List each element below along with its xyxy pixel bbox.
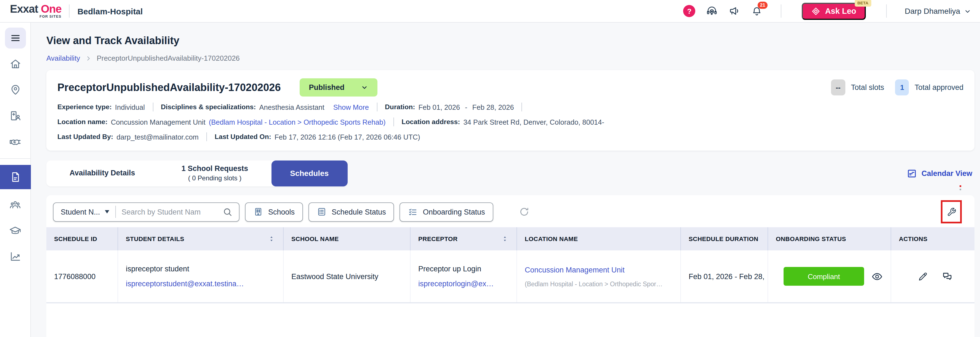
col-onboarding-status[interactable]: ONBOARDING STATUS (768, 227, 891, 250)
header-divider (781, 5, 781, 17)
experience-type-label: Experience type: (57, 103, 112, 111)
tab-schedules[interactable]: Schedules (271, 161, 347, 186)
tab-school-requests[interactable]: 1 School Requests ( 0 Pending slots ) (158, 161, 272, 186)
top-bar: Exxat One FOR SITES Bedlam-Hospital ? (0, 0, 980, 22)
search-icon[interactable] (223, 207, 239, 217)
red-dot-artifact (959, 185, 961, 187)
user-menu[interactable]: Darp Dhameliya (905, 6, 971, 16)
hamburger-menu-icon[interactable] (5, 28, 25, 49)
total-approved-label: Total approved (915, 83, 963, 92)
student-name: ispreceptor student (126, 265, 275, 273)
location-path-link[interactable]: (Bedlam Hospital - Location > Orthopedic… (209, 118, 386, 126)
checklist-icon (408, 207, 418, 217)
schedules-panel: Student N... (46, 195, 974, 337)
edit-pencil-icon[interactable] (917, 271, 928, 281)
preceptor-name: Preceptor up Login (418, 265, 509, 273)
ask-leo-button[interactable]: Ask Leo BETA (802, 3, 865, 19)
home-icon (9, 58, 21, 70)
col-schedule-id[interactable]: SCHEDULE ID (46, 227, 118, 250)
duration-dash: - (465, 103, 468, 111)
user-name: Darp Dhameliya (905, 6, 960, 16)
list-box-icon (317, 207, 327, 217)
notifications-bell-icon[interactable]: 21 (751, 5, 763, 17)
calendar-view-icon (907, 168, 917, 179)
status-dropdown-button[interactable]: Published (300, 78, 378, 97)
breadcrumb-availability-link[interactable]: Availability (46, 54, 80, 62)
last-updated-by-value: darp_test@mailinator.com (116, 133, 199, 141)
sidebar-item-reports[interactable] (5, 246, 25, 267)
triangle-down-icon (105, 210, 110, 213)
location-name-link[interactable]: Concussion Management Unit (525, 265, 673, 274)
sidebar-item-programs[interactable] (5, 220, 25, 241)
show-more-link[interactable]: Show More (333, 103, 369, 111)
search-field-selector[interactable]: Student N... (54, 208, 116, 216)
status-label: Published (309, 83, 345, 92)
eye-icon[interactable] (871, 270, 883, 282)
organization-name: Bedlam-Hospital (78, 6, 143, 16)
sort-icon[interactable] (501, 235, 509, 243)
logo-one: One (41, 3, 62, 15)
table-settings-button[interactable] (942, 202, 960, 222)
cell-schedule-id: 1776088000 (46, 250, 118, 302)
page-title: View and Track Availability (46, 35, 974, 47)
col-preceptor[interactable]: PRECEPTOR (410, 227, 517, 250)
compliant-status-badge[interactable]: Compliant (784, 267, 864, 286)
refresh-icon[interactable] (519, 206, 530, 217)
col-school-name[interactable]: SCHOOL NAME (284, 227, 410, 250)
student-email-link[interactable]: ispreceptorstudent@exxat.testina… (126, 280, 275, 288)
availability-title: PreceptorUnpublishedAvailability-1702020… (57, 81, 281, 94)
table-row: 1776088000 ispreceptor student isprecept… (46, 250, 974, 304)
announcements-megaphone-icon[interactable] (729, 5, 741, 17)
sidebar-divider (0, 158, 30, 159)
sidebar-item-partnerships[interactable] (5, 131, 25, 152)
detail-row-3: Last Updated By: darp_test@mailinator.co… (57, 132, 963, 141)
location-name-value: Concussion Management Unit (111, 118, 205, 126)
header-divider (886, 5, 886, 17)
onboarding-status-filter-button[interactable]: Onboarding Status (400, 202, 493, 221)
ask-leo-label: Ask Leo (825, 6, 856, 16)
total-slots-label: Total slots (851, 83, 884, 92)
help-icon[interactable]: ? (683, 5, 695, 17)
cell-onboarding-status: Compliant (768, 250, 891, 302)
col-student-details[interactable]: STUDENT DETAILS (118, 227, 284, 250)
tab-availability-details[interactable]: Availability Details (46, 161, 158, 186)
pending-slots-sublabel: ( 0 Pending slots ) (188, 175, 242, 183)
filter-bar: Student N... (46, 201, 974, 227)
logo-exxat: Exxat (10, 3, 38, 15)
preceptor-email-link[interactable]: ispreceptorlogin@ex… (418, 280, 509, 288)
chevron-down-icon (361, 84, 368, 91)
breadcrumb-current: PreceptorUnpublishedAvailability-1702020… (97, 54, 239, 62)
col-location-name[interactable]: LOCATION NAME (517, 227, 681, 250)
schedule-status-filter-button[interactable]: Schedule Status (309, 202, 394, 221)
support-headset-icon[interactable] (706, 5, 718, 17)
clinic-person-icon (9, 110, 21, 122)
disciplines-label: Disciplines & specializations: (161, 103, 256, 111)
sidebar-item-students[interactable] (5, 194, 25, 215)
experience-type-value: Individual (115, 103, 145, 111)
total-slots-value: -- (831, 79, 845, 95)
schedules-table: SCHEDULE ID STUDENT DETAILS SCHOOL NAME … (46, 227, 974, 304)
sidebar-item-availability-active[interactable] (0, 165, 30, 189)
location-address-label: Location address: (402, 118, 460, 126)
duration-label: Duration: (385, 103, 415, 111)
comments-chat-icon[interactable] (941, 270, 953, 282)
tabs-row: Availability Details 1 School Requests (… (46, 161, 974, 186)
wrench-icon (947, 207, 956, 216)
schools-filter-button[interactable]: Schools (245, 202, 303, 221)
sidebar-item-locations[interactable] (5, 79, 25, 100)
sidebar-item-home[interactable] (5, 54, 25, 75)
location-path-subtle: (Bedlam Hospital - Location > Orthopedic… (525, 280, 673, 287)
cell-preceptor: Preceptor up Login ispreceptorlogin@ex… (410, 250, 517, 302)
document-icon (9, 171, 21, 183)
sidebar-item-clinical-staff[interactable] (5, 105, 25, 126)
detail-row-1: Experience type: Individual Disciplines … (57, 103, 963, 111)
sort-icon[interactable] (267, 235, 275, 243)
search-input[interactable] (116, 208, 223, 216)
last-updated-on-value: Feb 17, 2026 12:16 (Feb 17, 2026 06:46 U… (275, 133, 420, 141)
beta-badge: BETA (855, 0, 871, 6)
exxat-one-logo: Exxat One FOR SITES (10, 3, 62, 19)
availability-summary-card: PreceptorUnpublishedAvailability-1702020… (46, 70, 974, 151)
analytics-chart-icon (9, 250, 21, 262)
col-schedule-duration[interactable]: SCHEDULE DURATION (681, 227, 768, 250)
calendar-view-link[interactable]: Calendar View (907, 168, 972, 179)
